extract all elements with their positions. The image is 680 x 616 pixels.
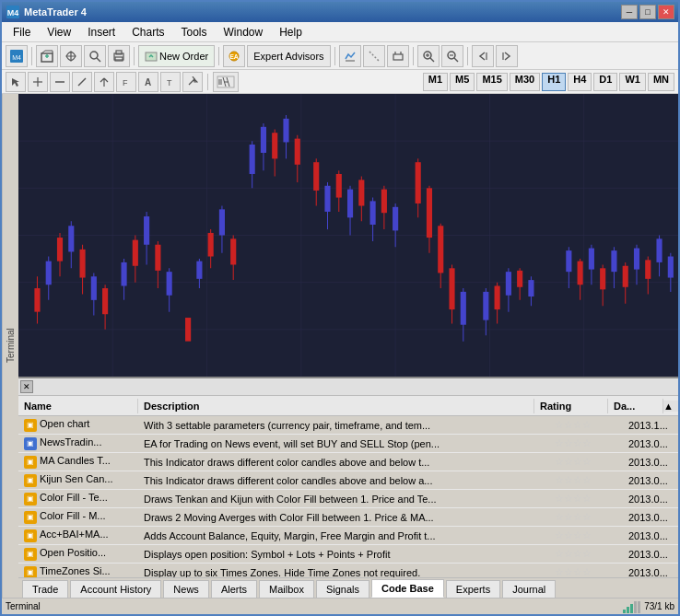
svg-rect-145 bbox=[668, 257, 674, 278]
table-row[interactable]: ▣Open Positio... Displays open position:… bbox=[18, 545, 678, 564]
table-row[interactable]: ▣Open chart With 3 settable parameters (… bbox=[18, 416, 678, 435]
tf-h1[interactable]: H1 bbox=[542, 73, 566, 91]
cell-rating: ☆☆☆☆ bbox=[549, 491, 623, 506]
tf-m30[interactable]: M30 bbox=[510, 73, 540, 91]
trendline-tool[interactable] bbox=[72, 72, 92, 92]
svg-rect-15 bbox=[393, 54, 403, 60]
tf-m1[interactable]: M1 bbox=[423, 73, 448, 91]
toolbar-sep-6 bbox=[467, 47, 468, 65]
svg-rect-53 bbox=[68, 226, 74, 251]
svg-rect-9 bbox=[115, 57, 123, 61]
indicators-button[interactable] bbox=[339, 45, 361, 67]
tab-signals[interactable]: Signals bbox=[316, 580, 369, 598]
tab-mailbox[interactable]: Mailbox bbox=[259, 580, 314, 598]
svg-rect-97 bbox=[347, 190, 353, 218]
tf-m15[interactable]: M15 bbox=[476, 73, 507, 91]
hline-tool[interactable] bbox=[50, 72, 70, 92]
move-button[interactable] bbox=[60, 45, 82, 67]
menu-insert[interactable]: Insert bbox=[80, 24, 123, 41]
tab-experts[interactable]: Experts bbox=[446, 580, 500, 598]
cell-rating: ☆☆☆☆ bbox=[549, 509, 623, 525]
chart-props-button[interactable] bbox=[387, 45, 409, 67]
svg-rect-63 bbox=[133, 240, 138, 266]
svg-rect-57 bbox=[91, 276, 97, 300]
table-row[interactable]: ▣Color Fill - Te... Draws Tenkan and Kij… bbox=[18, 490, 678, 508]
cell-name: ▣Color Fill - M... bbox=[18, 508, 138, 525]
cell-name: ▣Open Positio... bbox=[18, 545, 138, 562]
drawing-toolbar: F A T M1 M5 M15 M30 H1 H4 D1 W1 MN bbox=[2, 70, 678, 94]
tab-account-history[interactable]: Account History bbox=[70, 580, 161, 598]
tf-mn[interactable]: MN bbox=[648, 73, 674, 91]
tf-h4[interactable]: H4 bbox=[568, 73, 592, 91]
fib-tool[interactable]: F bbox=[116, 72, 136, 92]
connection-icon bbox=[622, 600, 640, 613]
svg-rect-137 bbox=[623, 266, 628, 287]
close-button[interactable]: ✕ bbox=[658, 5, 674, 19]
chart-objects-button[interactable] bbox=[363, 45, 385, 67]
pitchfork-tool[interactable] bbox=[94, 72, 114, 92]
menu-view[interactable]: View bbox=[40, 24, 78, 41]
svg-text:A: A bbox=[145, 77, 151, 87]
svg-text:T: T bbox=[167, 78, 172, 87]
svg-line-19 bbox=[430, 58, 434, 62]
tf-m5[interactable]: M5 bbox=[450, 73, 475, 91]
svg-rect-85 bbox=[272, 133, 277, 158]
svg-rect-111 bbox=[438, 226, 443, 273]
arrow-tool[interactable] bbox=[182, 72, 203, 92]
zoom-out-button[interactable] bbox=[441, 45, 463, 67]
cell-date: 2013.0... bbox=[623, 492, 678, 506]
menu-help[interactable]: Help bbox=[272, 24, 310, 41]
cell-rating: ☆☆☆☆ bbox=[549, 454, 623, 470]
svg-rect-87 bbox=[283, 119, 288, 143]
svg-rect-148 bbox=[630, 604, 633, 613]
svg-rect-61 bbox=[121, 262, 126, 286]
svg-rect-55 bbox=[79, 250, 85, 278]
open-button[interactable] bbox=[36, 45, 58, 67]
tab-trade[interactable]: Trade bbox=[22, 580, 68, 598]
svg-rect-131 bbox=[589, 249, 594, 270]
crosshair-tool[interactable] bbox=[28, 72, 48, 92]
tab-journal[interactable]: Journal bbox=[502, 580, 556, 598]
period-selector[interactable] bbox=[213, 72, 239, 92]
zoom-in-button[interactable] bbox=[417, 45, 440, 67]
tab-code-base[interactable]: Code Base bbox=[371, 579, 444, 598]
scroll-up-arrow[interactable]: ▲ bbox=[663, 401, 678, 412]
status-right: 73/1 kb bbox=[622, 600, 674, 613]
cell-rating: ☆☆☆☆ bbox=[549, 546, 623, 562]
cursor-tool[interactable] bbox=[6, 72, 26, 92]
table-row[interactable]: ▣Acc+BAI+MA... Adds Account Balance, Equ… bbox=[18, 527, 678, 545]
new-chart-button[interactable]: M4 bbox=[6, 45, 28, 67]
scroll-left-button[interactable] bbox=[472, 45, 494, 67]
close-panel-button[interactable]: ✕ bbox=[20, 380, 33, 393]
table-row[interactable]: ▣NewsTradin... EA for Trading on News ev… bbox=[18, 435, 678, 453]
svg-text:M4: M4 bbox=[12, 54, 21, 61]
tab-news[interactable]: News bbox=[163, 580, 209, 598]
cell-name: ▣TimeZones Si... bbox=[18, 564, 138, 577]
menu-window[interactable]: Window bbox=[217, 24, 271, 41]
zoom-button[interactable] bbox=[84, 45, 106, 67]
table-row[interactable]: ▣Kijun Sen Can... This Indicator draws d… bbox=[18, 471, 678, 490]
table-wrapper: Name Description Rating Da... ▲ ▣Open ch… bbox=[18, 396, 678, 577]
text-tool[interactable]: A bbox=[138, 72, 158, 92]
svg-rect-147 bbox=[627, 607, 629, 613]
menu-file[interactable]: File bbox=[6, 24, 38, 41]
tf-d1[interactable]: D1 bbox=[593, 73, 617, 91]
table-row[interactable]: ▣TimeZones Si... Display up to six Times… bbox=[18, 564, 678, 577]
new-order-button[interactable]: New Order bbox=[138, 45, 215, 67]
chart-section[interactable] bbox=[18, 94, 678, 377]
tab-alerts[interactable]: Alerts bbox=[211, 580, 257, 598]
print-button[interactable] bbox=[108, 45, 130, 67]
table-row[interactable]: ▣Color Fill - M... Draws 2 Moving Averge… bbox=[18, 508, 678, 527]
table-row[interactable]: ▣MA Candles T... This Indicator draws di… bbox=[18, 453, 678, 471]
minimize-button[interactable]: ─ bbox=[621, 5, 638, 19]
label-tool[interactable]: T bbox=[160, 72, 181, 92]
svg-text:M4: M4 bbox=[7, 8, 19, 17]
svg-rect-59 bbox=[102, 288, 108, 314]
tf-w1[interactable]: W1 bbox=[619, 73, 646, 91]
expert-advisors-button[interactable]: Expert Advisors bbox=[247, 45, 330, 67]
scroll-right-button[interactable] bbox=[496, 45, 518, 67]
menu-charts[interactable]: Charts bbox=[124, 24, 171, 41]
main-toolbar: M4 New Order EA Expert Advisors bbox=[2, 42, 678, 70]
menu-tools[interactable]: Tools bbox=[174, 24, 215, 41]
maximize-button[interactable]: □ bbox=[639, 5, 656, 19]
